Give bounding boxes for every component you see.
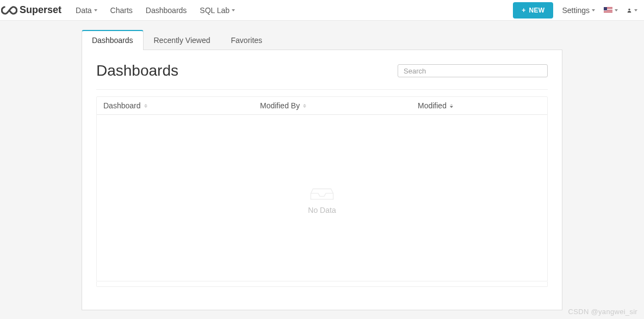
empty-state: No Data [97,115,547,281]
tab-dashboards[interactable]: Dashboards [82,30,144,50]
column-label: Modified By [260,101,300,110]
column-label: Modified [418,101,447,110]
tab-label: Recently Viewed [154,36,210,45]
tab-label: Dashboards [92,36,133,45]
nav-right: + NEW Settings [513,2,637,19]
tab-recently-viewed[interactable]: Recently Viewed [144,30,221,50]
nav-charts-label: Charts [110,6,133,15]
column-header-modified-by[interactable]: Modified By [260,101,418,110]
page-title: Dashboards [96,62,178,79]
svg-point-0 [628,8,630,10]
empty-text: No Data [308,206,336,214]
user-icon [627,8,632,13]
table-header: Dashboard Modified By Modified [97,97,547,115]
nav-items: Data Charts Dashboards SQL Lab [69,0,242,21]
table-footer [96,281,548,287]
empty-box-icon [310,182,334,200]
page-content: Dashboards Recently Viewed Favorites Das… [82,29,562,310]
infinity-icon [1,5,17,15]
language-menu[interactable] [604,7,618,13]
nav-dashboards[interactable]: Dashboards [139,0,194,21]
nav-sqllab-label: SQL Lab [200,6,230,15]
new-button[interactable]: + NEW [513,2,553,19]
watermark: CSDN @yangwei_sir [568,308,637,316]
nav-data[interactable]: Data [69,0,104,21]
chevron-down-icon [94,9,97,11]
sort-icon [303,104,306,108]
sort-icon [450,104,453,108]
nav-charts[interactable]: Charts [104,0,139,21]
nav-sqllab[interactable]: SQL Lab [193,0,242,21]
tab-label: Favorites [231,36,263,45]
chevron-down-icon [232,9,235,11]
brand-logo[interactable]: Superset [1,4,61,16]
top-navbar: Superset Data Charts Dashboards SQL Lab … [0,0,644,21]
tab-favorites[interactable]: Favorites [221,30,273,50]
panel: Dashboards Dashboard Modified By Modifie… [82,50,562,310]
nav-data-label: Data [76,6,92,15]
brand-name: Superset [20,4,61,16]
settings-label: Settings [562,6,590,15]
new-button-label: NEW [529,7,545,14]
tabs: Dashboards Recently Viewed Favorites [82,29,562,50]
dashboards-table: Dashboard Modified By Modified [96,96,548,281]
search-input[interactable] [398,64,548,77]
plus-icon: + [522,7,525,14]
user-menu[interactable] [627,8,637,13]
chevron-down-icon [592,9,595,11]
chevron-down-icon [634,9,637,11]
sort-icon [144,104,147,108]
settings-menu[interactable]: Settings [562,6,595,15]
column-header-dashboard[interactable]: Dashboard [103,101,260,110]
chevron-down-icon [615,9,618,11]
panel-header: Dashboards [96,62,548,90]
column-header-modified[interactable]: Modified [418,101,541,110]
us-flag-icon [604,7,612,13]
nav-dashboards-label: Dashboards [146,6,187,15]
column-label: Dashboard [103,101,141,110]
